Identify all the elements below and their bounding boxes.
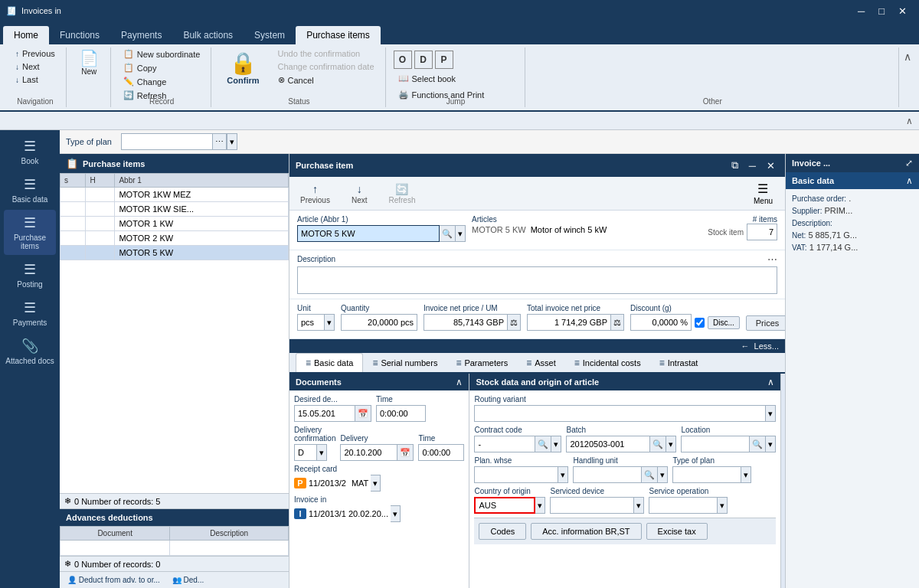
sidebar-item-posting[interactable]: ☰ Posting xyxy=(4,256,56,293)
detail-refresh-button[interactable]: 🔄 Refresh xyxy=(384,181,420,206)
invoice-in-dropdown-button[interactable]: ▾ xyxy=(391,505,401,522)
new-button[interactable]: 📄 New xyxy=(74,47,104,79)
invoice-net-price-currency-button[interactable]: ⚖ xyxy=(508,314,521,331)
tab-bulk-actions[interactable]: Bulk actions xyxy=(172,26,244,44)
table-row-selected[interactable]: MOTOR 5 KW xyxy=(61,246,289,260)
change-button[interactable]: ✏️ Change xyxy=(119,75,205,88)
type-plan-chevron-button[interactable]: ▾ xyxy=(227,133,237,150)
tab-intrastat[interactable]: ≡ Intrastat xyxy=(650,353,708,372)
type-of-plan-stock-dropdown-button[interactable]: ▾ xyxy=(741,466,751,483)
previous-button[interactable]: ↑ Previous xyxy=(11,47,60,60)
country-of-origin-dropdown-button[interactable]: ▾ xyxy=(535,497,545,514)
excise-tax-button[interactable]: Excise tax xyxy=(646,523,708,540)
desired-delivery-cal-button[interactable]: 📅 xyxy=(355,405,371,422)
sidebar-item-basic-data[interactable]: ☰ Basic data xyxy=(4,172,56,208)
o-jump-button[interactable]: O xyxy=(394,51,412,69)
type-plan-dropdown-button[interactable]: ⋯ xyxy=(213,133,227,150)
routing-variant-dropdown-button[interactable]: ▾ xyxy=(766,405,776,422)
location-input[interactable] xyxy=(681,436,750,452)
p-jump-button[interactable]: P xyxy=(435,51,453,69)
batch-dropdown-button[interactable]: ▾ xyxy=(666,436,676,452)
sidebar-item-attached-docs[interactable]: 📎 Attached docs xyxy=(4,333,56,370)
service-operation-dropdown-button[interactable]: ▾ xyxy=(718,497,728,514)
delivery-date-input[interactable] xyxy=(340,444,397,461)
batch-search-button[interactable]: 🔍 xyxy=(650,436,666,452)
ribbon-collapse-button[interactable]: ∧ xyxy=(901,47,914,66)
sidebar-item-book[interactable]: ☰ Book xyxy=(4,133,56,170)
delivery-time-input[interactable] xyxy=(418,444,464,461)
tab-asset[interactable]: ≡ Asset xyxy=(517,353,565,372)
total-invoice-net-input[interactable] xyxy=(527,314,611,331)
prices-button[interactable]: Prices xyxy=(746,315,785,331)
serviced-device-input[interactable] xyxy=(550,497,634,514)
unit-input[interactable] xyxy=(297,314,325,331)
delivery-confirmation-input[interactable] xyxy=(294,444,317,461)
plan-whse-dropdown-button[interactable]: ▾ xyxy=(558,466,568,483)
sidebar-item-payments[interactable]: ☰ Payments xyxy=(4,295,56,332)
location-dropdown-button[interactable]: ▾ xyxy=(766,436,776,452)
new-subordinate-button[interactable]: 📋 New subordinate xyxy=(119,47,205,60)
invoice-basic-data-collapse-button[interactable]: ∧ xyxy=(906,175,913,186)
type-plan-input[interactable] xyxy=(121,133,213,150)
article-abbr-search-button[interactable]: 🔍 xyxy=(440,225,456,242)
detail-close-button[interactable]: ✕ xyxy=(763,158,779,173)
disc-button[interactable]: Disc... xyxy=(708,316,740,329)
description-textarea[interactable] xyxy=(297,266,777,294)
routing-variant-input[interactable] xyxy=(474,405,766,422)
detail-minimize-button[interactable]: ─ xyxy=(745,158,760,173)
article-abbr-dropdown-button[interactable]: ▾ xyxy=(456,225,466,242)
cancel-button[interactable]: ⊗ Cancel xyxy=(273,74,379,87)
country-of-origin-input[interactable] xyxy=(474,497,535,514)
tab-basic-data[interactable]: ≡ Basic data xyxy=(296,353,363,372)
table-row[interactable]: MOTOR 2 KW xyxy=(61,231,289,246)
table-row[interactable]: MOTOR 1KW MEZ xyxy=(61,188,289,202)
handling-unit-search-button[interactable]: 🔍 xyxy=(642,466,658,483)
handling-unit-input[interactable] xyxy=(573,466,642,483)
discount-checkbox[interactable] xyxy=(695,318,705,328)
tab-serial-numbers[interactable]: ≡ Serial numbers xyxy=(363,353,446,372)
last-button[interactable]: ↓ Last xyxy=(11,74,60,86)
less-bar[interactable]: ← Less... xyxy=(289,339,785,353)
location-search-button[interactable]: 🔍 xyxy=(750,436,766,452)
sidebar-item-purchase-items[interactable]: ☰ Purchase items xyxy=(4,210,56,255)
invoice-net-price-input[interactable] xyxy=(424,314,508,331)
select-book-button[interactable]: 📖 Select book xyxy=(394,72,489,85)
delivery-conf-dropdown-button[interactable]: ▾ xyxy=(317,444,327,461)
desired-delivery-time-input[interactable] xyxy=(376,405,426,422)
invoice-panel-expand-button[interactable]: ⤢ xyxy=(905,158,913,168)
detail-menu-button[interactable]: ☰ Menu xyxy=(747,180,779,207)
detail-previous-button[interactable]: ↑ Previous xyxy=(296,181,335,206)
contract-code-input[interactable] xyxy=(474,436,535,452)
next-button[interactable]: ↓ Next xyxy=(11,60,60,73)
contract-code-dropdown-button[interactable]: ▾ xyxy=(551,436,561,452)
stock-data-collapse-button[interactable]: ∧ xyxy=(767,377,774,387)
copy-button[interactable]: 📋 Copy xyxy=(119,61,205,74)
total-net-calc-button[interactable]: ⚖ xyxy=(611,314,624,331)
tab-payments[interactable]: Payments xyxy=(110,26,172,44)
table-row[interactable]: MOTOR 1KW SIE... xyxy=(61,202,289,217)
ded-button[interactable]: 👥 Ded... xyxy=(169,574,207,586)
contract-code-search-button[interactable]: 🔍 xyxy=(535,436,551,452)
detail-restore-button[interactable]: ⧉ xyxy=(728,158,742,173)
unit-dropdown-button[interactable]: ▾ xyxy=(325,314,335,331)
delivery-cal-button[interactable]: 📅 xyxy=(397,444,414,461)
tab-functions[interactable]: Functions xyxy=(49,26,110,44)
tab-system[interactable]: System xyxy=(244,26,296,44)
description-expand-button[interactable]: ⋯ xyxy=(767,253,777,265)
desired-delivery-date-input[interactable] xyxy=(294,405,355,422)
collapse-bar[interactable]: ∧ xyxy=(0,112,919,130)
documents-collapse-button[interactable]: ∧ xyxy=(456,377,463,387)
quantity-input[interactable] xyxy=(341,314,417,331)
tab-purchase-items[interactable]: Purchase items xyxy=(296,26,381,44)
service-operation-input[interactable] xyxy=(649,497,718,514)
detail-next-button[interactable]: ↓ Next xyxy=(347,181,372,206)
receipt-card-dropdown-button[interactable]: ▾ xyxy=(371,475,381,492)
discount-input[interactable] xyxy=(630,314,692,331)
maximize-button[interactable]: □ xyxy=(872,4,891,18)
close-button[interactable]: ✕ xyxy=(892,4,913,18)
article-abbr-input[interactable] xyxy=(297,225,440,242)
minimize-button[interactable]: ─ xyxy=(852,4,871,18)
stock-item-input[interactable] xyxy=(747,224,777,240)
plan-whse-input[interactable] xyxy=(474,466,558,483)
table-row[interactable]: MOTOR 1 KW xyxy=(61,217,289,231)
